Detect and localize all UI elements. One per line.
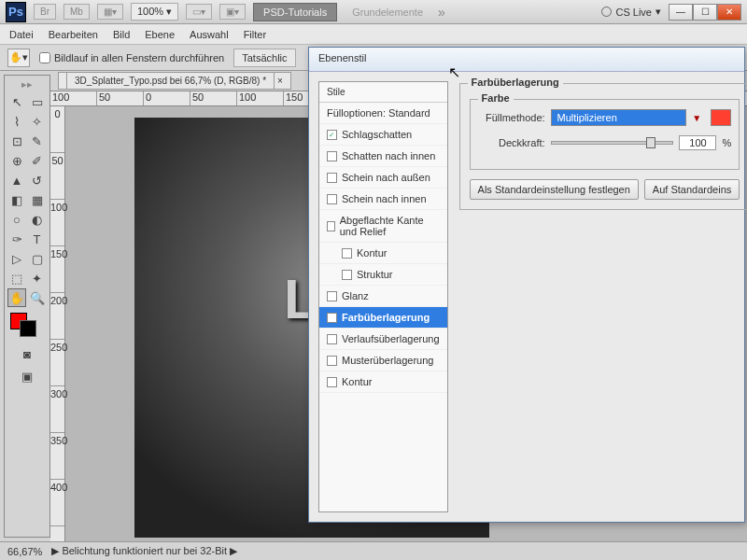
menu-bild[interactable]: Bild xyxy=(113,29,130,40)
checkbox-icon[interactable] xyxy=(327,356,337,366)
blur-tool[interactable]: ○ xyxy=(7,210,26,229)
checkbox-icon[interactable] xyxy=(327,194,337,204)
minibridge-button[interactable]: Mb xyxy=(63,4,90,20)
path-tool[interactable]: ▷ xyxy=(7,249,26,268)
menu-datei[interactable]: Datei xyxy=(9,29,34,40)
checkbox-icon[interactable] xyxy=(327,151,337,161)
toolbox-collapse-icon[interactable]: ▸▸ xyxy=(7,78,47,91)
style-item-label: Glanz xyxy=(342,290,369,301)
3d-camera-tool[interactable]: ✦ xyxy=(28,269,47,287)
move-tool[interactable]: ↖ xyxy=(7,92,26,111)
view-extras-icon[interactable]: ▦▾ xyxy=(97,4,123,20)
style-item[interactable]: Abgeflachte Kante und Relief xyxy=(319,210,447,243)
stamp-tool[interactable]: ▲ xyxy=(7,171,26,189)
style-item[interactable]: ✓Farbüberlagerung xyxy=(319,307,447,329)
marquee-tool[interactable]: ▭ xyxy=(28,92,47,111)
checkbox-icon[interactable] xyxy=(342,248,352,259)
style-item[interactable]: ✓Schlagschatten xyxy=(319,124,447,146)
brush-tool[interactable]: ✐ xyxy=(28,151,47,170)
style-item[interactable]: Struktur xyxy=(319,264,447,286)
eyedropper-tool[interactable]: ✎ xyxy=(28,132,47,150)
maximize-button[interactable]: ☐ xyxy=(693,4,717,21)
reset-default-button[interactable]: Auf Standardeins xyxy=(644,179,740,200)
style-item-label: Schatten nach innen xyxy=(342,150,435,161)
style-item-label: Musterüberlagerung xyxy=(342,355,433,366)
style-item[interactable]: Glanz xyxy=(319,286,447,307)
background-color[interactable] xyxy=(20,320,36,337)
checkbox-icon[interactable] xyxy=(327,334,337,344)
style-item[interactable]: Fülloptionen: Standard xyxy=(319,103,447,124)
type-tool[interactable]: T xyxy=(28,230,47,248)
style-item[interactable]: Kontur xyxy=(319,243,447,264)
dropdown-arrow-icon[interactable]: ▼ xyxy=(692,113,705,123)
history-brush-tool[interactable]: ↺ xyxy=(28,171,47,189)
zoom-tool[interactable]: 🔍 xyxy=(28,288,47,307)
opacity-slider[interactable] xyxy=(551,141,674,145)
scroll-all-checkbox[interactable]: Bildlauf in allen Fenstern durchführen xyxy=(39,52,224,63)
menu-bearbeiten[interactable]: Bearbeiten xyxy=(49,29,98,40)
blendmode-dropdown[interactable]: Multiplizieren xyxy=(551,109,687,126)
slider-thumb[interactable] xyxy=(646,137,655,148)
checkbox-icon[interactable] xyxy=(327,221,335,231)
style-item-label: Schein nach außen xyxy=(342,172,430,183)
crop-tool[interactable]: ⊡ xyxy=(7,132,26,150)
3d-tool[interactable]: ⬚ xyxy=(7,269,26,287)
menu-filter[interactable]: Filter xyxy=(244,29,266,40)
menu-auswahl[interactable]: Auswahl xyxy=(190,29,229,40)
style-item-label: Abgeflachte Kante und Relief xyxy=(340,215,440,237)
actual-pixels-button[interactable]: Tatsächlic xyxy=(233,49,295,67)
opacity-input[interactable]: 100 xyxy=(679,135,716,150)
close-button[interactable]: ✕ xyxy=(717,4,741,21)
style-options-panel: Farbüberlagerung Farbe Füllmethode: Mult… xyxy=(454,72,747,522)
style-item[interactable]: Schein nach innen xyxy=(319,189,447,210)
style-item-label: Struktur xyxy=(357,269,393,280)
style-item[interactable]: Musterüberlagerung xyxy=(319,350,447,371)
set-default-button[interactable]: Als Standardeinstellung festlegen xyxy=(470,179,639,200)
checkbox-icon[interactable]: ✓ xyxy=(327,313,337,323)
wand-tool[interactable]: ✧ xyxy=(28,112,47,131)
style-item[interactable]: Schein nach außen xyxy=(319,167,447,189)
cs-live[interactable]: CS Live ▾ xyxy=(601,6,661,18)
hand-tool[interactable]: ✋ xyxy=(7,288,26,307)
eraser-tool[interactable]: ◧ xyxy=(7,190,26,209)
status-bar: 66,67% ▶ Belichtung funktioniert nur bei… xyxy=(0,541,747,560)
cs-live-label: CS Live xyxy=(615,7,652,18)
checkbox-icon[interactable] xyxy=(327,377,337,387)
status-zoom[interactable]: 66,67% xyxy=(7,546,42,557)
style-item[interactable]: Kontur xyxy=(319,371,447,393)
checkbox-icon[interactable] xyxy=(327,173,337,183)
workspace-psd-tutorials[interactable]: PSD-Tutorials xyxy=(253,3,337,21)
screenmode-tool-icon[interactable]: ▣ xyxy=(18,367,36,385)
style-item-label: Schein nach innen xyxy=(342,193,427,204)
bridge-button[interactable]: Br xyxy=(34,4,56,20)
checkbox-icon[interactable]: ✓ xyxy=(327,130,337,140)
workspace-grundelemente[interactable]: Grundelemente xyxy=(345,4,430,21)
percent-label: % xyxy=(722,137,731,148)
subsection-title: Farbe xyxy=(478,92,514,104)
layer-style-dialog: Ebenenstil Stile Fülloptionen: Standard✓… xyxy=(308,47,745,523)
dialog-titlebar[interactable]: Ebenenstil xyxy=(309,48,744,72)
checkbox-icon[interactable] xyxy=(342,270,352,280)
opacity-label: Deckkraft: xyxy=(478,137,545,148)
style-item[interactable]: Verlaufsüberlagerung xyxy=(319,329,447,350)
pen-tool[interactable]: ✑ xyxy=(7,230,26,248)
screenmode-icon[interactable]: ▣▾ xyxy=(219,4,246,20)
document-tab[interactable]: 3D_Splatter_Typo.psd bei 66,7% (D, RGB/8… xyxy=(58,72,291,90)
style-item[interactable]: Schatten nach innen xyxy=(319,146,447,167)
gradient-tool[interactable]: ▦ xyxy=(28,190,47,209)
arrange-icon[interactable]: ▭▾ xyxy=(186,4,212,20)
hand-tool-icon[interactable]: ✋▾ xyxy=(7,49,30,67)
color-swatch[interactable] xyxy=(711,109,731,126)
quickmask-icon[interactable]: ◙ xyxy=(18,344,36,363)
workspace-more-icon[interactable]: » xyxy=(438,5,445,20)
checkbox-icon[interactable] xyxy=(327,291,337,301)
main-menu: Datei Bearbeiten Bild Ebene Auswahl Filt… xyxy=(0,24,747,45)
lasso-tool[interactable]: ⌇ xyxy=(7,112,26,131)
dodge-tool[interactable]: ◐ xyxy=(28,210,47,229)
menu-ebene[interactable]: Ebene xyxy=(145,29,175,40)
minimize-button[interactable]: — xyxy=(669,4,693,21)
healing-tool[interactable]: ⊕ xyxy=(7,151,26,170)
app-titlebar: Ps Br Mb ▦▾ 100% ▾ ▭▾ ▣▾ PSD-Tutorials G… xyxy=(0,0,747,24)
shape-tool[interactable]: ▢ xyxy=(28,249,47,268)
zoom-dropdown[interactable]: 100% ▾ xyxy=(131,3,178,21)
